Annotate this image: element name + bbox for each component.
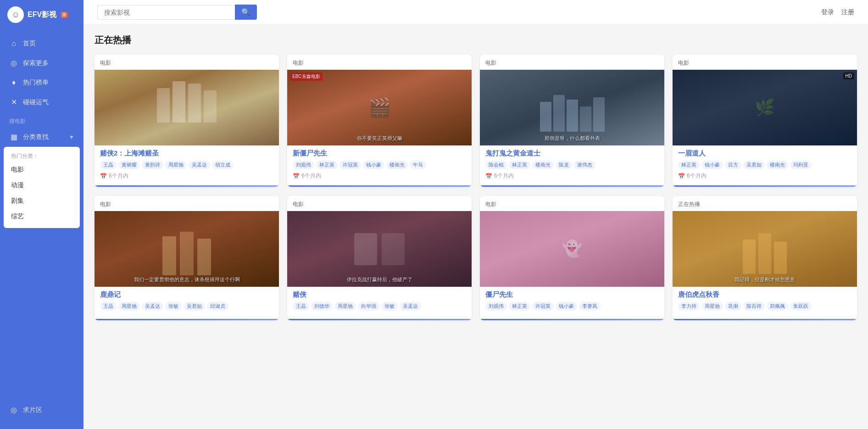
tag[interactable]: 林正英 [509, 161, 530, 169]
tag[interactable]: 王晶 [100, 302, 117, 311]
search-bar: 🔍 [97, 5, 257, 20]
card-one-brow-taoist[interactable]: 电影 🌿 HD 一眉道人 林正英 钱小豪 目方 吴君如 [673, 55, 857, 187]
tag[interactable]: 邱淑贞 [207, 302, 228, 311]
thumb-scene-2: 🎬 EBC东森电影 你不要笑正英师父嘛 [287, 70, 472, 145]
sidebar-item-home[interactable]: ⌂ 首页 [0, 34, 83, 53]
tag[interactable]: 王晶 [100, 161, 117, 169]
cards-row-1: 电影 赌 [95, 55, 857, 187]
card-tags-5: 王晶 周星驰 吴孟达 张敏 吴君如 邱淑贞 [100, 302, 273, 311]
tag[interactable]: 李赛凤 [579, 302, 601, 311]
sidebar-item-explore[interactable]: ◎ 探索更多 [0, 53, 83, 73]
tag[interactable]: 钱小豪 [701, 161, 723, 169]
tag[interactable]: 陈百祥 [743, 302, 765, 311]
card-border-4 [673, 185, 857, 187]
tag[interactable]: 吴孟达 [400, 302, 421, 311]
tag[interactable]: 吴孟达 [142, 302, 163, 311]
scene-text-6: 伊拉克战打赢特后，他破产了 [287, 276, 472, 283]
request-icon: ◎ [9, 406, 18, 414]
sidebar-label-hot: 热门榜单 [23, 78, 49, 87]
cat-item-series[interactable]: 剧集 [4, 193, 80, 209]
header: 🔍 登录 注册 [83, 0, 868, 25]
tag[interactable]: 刘观伟 [293, 161, 314, 169]
tag[interactable]: 吴君如 [743, 161, 765, 169]
card-tags-3: 陈会鲲 林正英 楼南光 陈龙 谢伟杰 [485, 161, 659, 169]
thumb-scene-1 [95, 70, 279, 145]
card-gambling-2[interactable]: 电影 赌 [95, 55, 279, 187]
card-new-zombie[interactable]: 电影 🎬 EBC东森电影 你不要笑正英师父嘛 新僵尸先生 刘观伟 林正英 [287, 55, 472, 187]
tag[interactable]: 午马 [410, 161, 426, 169]
tag[interactable]: 楼南光 [386, 161, 408, 169]
tag[interactable]: 许冠英 [532, 302, 554, 311]
tag[interactable]: 钱小豪 [363, 161, 384, 169]
tag[interactable]: 周星驰 [165, 161, 187, 169]
search-movie-label: 搜电影 [0, 112, 83, 127]
card-title-5: 鹿鼎记 [100, 290, 273, 299]
card-ghost-fight[interactable]: 电影 那倒是呀，什么都看外表 [480, 55, 664, 187]
sidebar-item-category[interactable]: ▦ 分类查找 ▼ [0, 127, 83, 147]
tag[interactable]: 郑佩佩 [767, 302, 788, 311]
tag[interactable]: 楼南光 [532, 161, 554, 169]
hot-category-label: 热门分类： [4, 150, 80, 162]
tag[interactable]: 谢伟杰 [574, 161, 595, 169]
tag[interactable]: 吴孟达 [189, 161, 210, 169]
tag[interactable]: 刘德华 [311, 302, 333, 311]
tag[interactable]: 黄韵诗 [142, 161, 163, 169]
card-border-3 [480, 185, 664, 187]
tag[interactable]: 周星驰 [334, 302, 356, 311]
cat-item-variety[interactable]: 综艺 [4, 209, 80, 224]
tag[interactable]: 刘观伟 [485, 302, 507, 311]
sidebar-label-explore: 探索更多 [23, 59, 49, 67]
card-thumb-1 [95, 70, 279, 145]
sidebar-item-request[interactable]: ◎ 求片区 [0, 400, 83, 420]
tag[interactable]: 张敏 [165, 302, 182, 311]
tag[interactable]: 许冠英 [339, 161, 361, 169]
section-title: 正在热播 [95, 34, 857, 46]
search-button[interactable]: 🔍 [235, 5, 257, 20]
tag[interactable]: 黄炳耀 [118, 161, 140, 169]
tag[interactable]: 王晶 [293, 302, 309, 311]
tag[interactable]: 周星驰 [118, 302, 140, 311]
register-button[interactable]: 注册 [841, 8, 854, 17]
sidebar-item-hot[interactable]: ♦ 热门榜单 [0, 73, 83, 92]
tag[interactable]: 陈会鲲 [485, 161, 507, 169]
card-tags-4: 林正英 钱小豪 目方 吴君如 楼南光 玛利亚 [678, 161, 851, 169]
card-title-6: 赌侠 [293, 290, 466, 299]
cat-item-anime[interactable]: 动漫 [4, 178, 80, 193]
tag[interactable]: 巩俐 [725, 302, 741, 311]
tag[interactable]: 楼南光 [767, 161, 788, 169]
tag[interactable]: 林正英 [316, 161, 338, 169]
tag[interactable]: 目方 [725, 161, 741, 169]
hd-badge-4: HD [843, 72, 854, 79]
header-auth: 登录 注册 [821, 8, 854, 17]
card-body-7: 僵尸先生 刘观伟 林正英 许冠英 钱小豪 李赛凤 [480, 287, 664, 319]
tag[interactable]: 周星驰 [701, 302, 723, 311]
tag[interactable]: 朱跃跃 [790, 302, 812, 311]
card-mr-zombie[interactable]: 电影 👻 僵尸先生 刘观伟 林正英 许冠英 钱小豪 李赛凤 [480, 196, 664, 320]
tag[interactable]: 吴君如 [184, 302, 205, 311]
tag[interactable]: 胡立成 [212, 161, 234, 169]
tag[interactable]: 林正英 [678, 161, 700, 169]
card-thumb-5: 我们一定要贯彻他的意志，诛杀慈禧拜这个行啊 [95, 211, 279, 287]
tag[interactable]: 玛利亚 [790, 161, 812, 169]
tag[interactable]: 钱小豪 [556, 302, 577, 311]
tag[interactable]: 陈龙 [556, 161, 572, 169]
cat-item-movie[interactable]: 电影 [4, 162, 80, 178]
tag[interactable]: 向华强 [358, 302, 379, 311]
sidebar-label-category: 分类查找 [23, 133, 49, 141]
card-border-6 [287, 319, 472, 320]
thumb-scene-8: 我记得，但是刚才候您恩意 [673, 211, 857, 287]
tag[interactable]: 林正英 [509, 302, 530, 311]
card-gambler[interactable]: 电影 伊拉克战打赢特后，他破产了 赌侠 王晶 刘德华 [287, 196, 472, 320]
app-name: EFV影视 [28, 10, 56, 20]
tag[interactable]: 李力持 [678, 302, 700, 311]
card-thumb-4: 🌿 HD [673, 70, 857, 145]
card-body-4: 一眉道人 林正英 钱小豪 目方 吴君如 楼南光 玛利亚 📅 6个月内 [673, 145, 857, 185]
tag[interactable]: 张敏 [381, 302, 398, 311]
card-tang-bohu[interactable]: 正在热播 我记得，但是刚才候您恩意 唐伯虎点 [673, 196, 857, 320]
card-deer-cauldron[interactable]: 电影 我们一定要贯彻他的意志，诛杀慈禧拜这个行啊 [95, 196, 279, 320]
sidebar-item-lucky[interactable]: ✕ 碰碰运气 [0, 92, 83, 112]
login-button[interactable]: 登录 [821, 8, 834, 17]
channel-badge-2: EBC东森电影 [290, 72, 323, 81]
sidebar-label-request: 求片区 [23, 406, 42, 414]
search-input[interactable] [97, 5, 235, 20]
